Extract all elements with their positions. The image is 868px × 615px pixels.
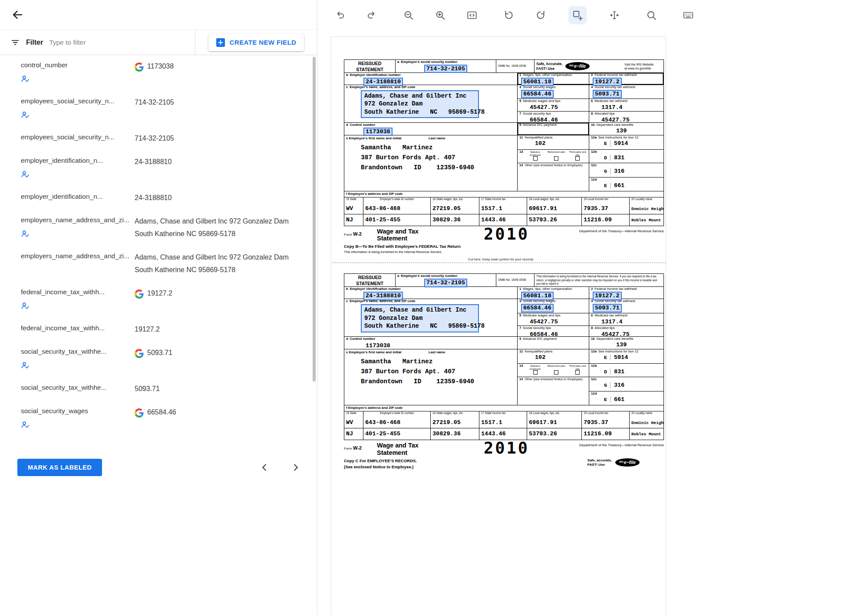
box-6-medicare-tax: 6Medicare tax withheld 1317.4 bbox=[589, 99, 663, 111]
field-value: 1173038 bbox=[147, 60, 174, 72]
rotate-left-button[interactable] bbox=[500, 6, 518, 24]
field-list[interactable]: control_number 1173038 employees_social_… bbox=[0, 55, 317, 451]
box-2-federal-tax: 2Federal income tax withheld 19127.2 bbox=[589, 73, 663, 85]
field-value: Adams, Chase and Gilbert Inc 972 Gonzale… bbox=[135, 251, 304, 276]
annotation-employer-address[interactable]: Adams, Chase and Gilbert Inc 972 Gonzale… bbox=[361, 90, 479, 118]
add-annotation-tool-button[interactable] bbox=[568, 6, 587, 24]
field-list-item[interactable]: employees_social_security_n... 714-32-21… bbox=[0, 91, 317, 127]
field-list-item[interactable]: employees_social_security_n... 714-32-21… bbox=[0, 127, 317, 151]
undo-icon bbox=[334, 10, 346, 21]
keyboard-shortcuts-button[interactable] bbox=[679, 6, 697, 24]
tax-year: 2010 bbox=[484, 442, 529, 455]
field-list-item[interactable]: employer_identification_n... 24-3188810 bbox=[0, 151, 317, 187]
zoom-in-icon bbox=[435, 10, 446, 21]
annotation-ssn[interactable]: 714-32-2105 bbox=[424, 279, 467, 287]
annotation-federal-tax[interactable]: 19127.2 bbox=[593, 78, 622, 86]
annotation-ss-wages[interactable]: 66584.46 bbox=[521, 90, 554, 99]
statutory-employee-checkbox[interactable] bbox=[533, 370, 538, 375]
filter-bar: Filter CREATE NEW FIELD bbox=[0, 30, 317, 55]
field-list-item[interactable]: control_number 1173038 bbox=[0, 55, 317, 91]
annotation-ssn[interactable]: 714-32-2105 bbox=[424, 65, 467, 73]
field-label: social_security_wages bbox=[21, 407, 135, 415]
field-list-item[interactable]: federal_income_tax_withh... 19127.2 bbox=[0, 282, 317, 318]
search-button[interactable] bbox=[642, 6, 660, 24]
field-value: 66584.46 bbox=[147, 406, 176, 418]
box-9-advance-eic: 9Advance EIC payment bbox=[518, 123, 589, 135]
box-9-advance-eic: 9Advance EIC payment bbox=[518, 337, 589, 349]
field-list-item[interactable]: employers_name_address_and_zi... Adams, … bbox=[0, 210, 317, 246]
box-5-medicare-wages: 5Medicare wages and tips 45427.75 bbox=[518, 313, 589, 326]
previous-document-button[interactable] bbox=[259, 462, 270, 473]
reissued-statement: REISSUED STATEMENT bbox=[344, 274, 396, 286]
field-label: employer_identification_n... bbox=[21, 193, 135, 201]
text-select-tool-button[interactable] bbox=[605, 6, 624, 24]
annotation-wages[interactable]: 56081.18 bbox=[521, 292, 554, 300]
annotation-employer-address[interactable]: Adams, Chase and Gilbert Inc 972 Gonzale… bbox=[361, 304, 479, 332]
code-view-button[interactable] bbox=[463, 6, 481, 24]
form-title: Wage and TaxStatement bbox=[377, 442, 450, 456]
box-12b: 12b D831 bbox=[589, 364, 663, 377]
box-13-checkboxes: 13 Statutory employee Retirement plan Th… bbox=[518, 364, 589, 377]
redo-button[interactable] bbox=[363, 6, 381, 24]
filter-box[interactable]: Filter bbox=[0, 30, 195, 55]
field-list-items: control_number 1173038 employees_social_… bbox=[0, 55, 317, 437]
retirement-plan-checkbox[interactable] bbox=[554, 370, 558, 375]
annotation-wages[interactable]: 56081.18 bbox=[521, 78, 554, 86]
box-e-employee-name: e Employee's first name and initial Last… bbox=[344, 349, 518, 405]
mark-as-labeled-button[interactable]: MARK AS LABELED bbox=[17, 459, 102, 476]
verified-person-icon bbox=[21, 301, 30, 310]
google-logo-icon bbox=[135, 289, 144, 299]
viewer-toolbar bbox=[318, 0, 868, 30]
form-title: Wage and TaxStatement bbox=[377, 228, 450, 242]
document-scroll-area[interactable]: REISSUED STATEMENT aEmployee's social se… bbox=[318, 30, 868, 615]
w2-footer: Form W-2 Wage and TaxStatement 2010 Depa… bbox=[344, 228, 664, 254]
back-button[interactable] bbox=[11, 9, 23, 21]
filter-label: Filter bbox=[26, 39, 43, 46]
field-label: employer_identification_n... bbox=[21, 157, 135, 164]
header-right: Safe, Accurate,FAST! Use IRSe~file Visit… bbox=[535, 60, 663, 72]
cut-line-text: Cut here. Keep lower portion for your re… bbox=[466, 257, 536, 261]
field-list-item[interactable]: social_security_tax_withhe... 5093.71 bbox=[0, 342, 317, 378]
box-d-control-number: dControl number 1173038 bbox=[344, 337, 518, 349]
verified-person-icon bbox=[21, 420, 30, 429]
create-new-field-button[interactable]: CREATE NEW FIELD bbox=[208, 34, 304, 51]
box-7-ss-tips: 7Social security tips 66584.46 bbox=[518, 326, 589, 338]
annotation-ss-wages[interactable]: 66584.46 bbox=[521, 304, 554, 312]
document-page[interactable]: REISSUED STATEMENT aEmployee's social se… bbox=[331, 36, 666, 615]
google-logo-icon bbox=[135, 349, 144, 358]
undo-button[interactable] bbox=[331, 6, 349, 24]
create-new-field-label: CREATE NEW FIELD bbox=[230, 39, 297, 46]
field-list-item[interactable]: employer_identification_n... 24-3188810 bbox=[0, 187, 317, 210]
field-list-item[interactable]: social_security_wages 66584.46 bbox=[0, 401, 317, 437]
field-list-item[interactable]: federal_income_tax_withh... 19127.2 bbox=[0, 318, 317, 342]
statutory-employee-checkbox[interactable] bbox=[533, 156, 538, 161]
third-party-sick-pay-checkbox[interactable] bbox=[575, 370, 580, 375]
chevron-right-icon bbox=[290, 462, 301, 473]
annotation-control-number[interactable]: 1173038 bbox=[363, 128, 393, 136]
annotation-control-number[interactable]: 1173038 bbox=[363, 342, 393, 350]
employee-name: Samantha Martinez bbox=[361, 358, 517, 365]
left-panel: Filter CREATE NEW FIELD control_number bbox=[0, 0, 317, 615]
field-list-item[interactable]: employers_name_address_and_zi... Adams, … bbox=[0, 246, 317, 282]
zoom-out-icon bbox=[403, 10, 414, 21]
box-c-employer: cEmployer's name, address, and ZIP code … bbox=[344, 299, 518, 336]
retirement-plan-checkbox[interactable] bbox=[554, 156, 558, 161]
box-3-ss-wages: 3Social security wages 66584.46 bbox=[518, 85, 589, 99]
scrollbar-thumb[interactable] bbox=[313, 57, 316, 381]
box-7-ss-tips: 7Social security tips 66584.46 bbox=[518, 112, 589, 124]
field-list-item[interactable]: social_security_tax_withhe... 5093.71 bbox=[0, 378, 317, 401]
filter-input[interactable] bbox=[49, 39, 195, 46]
state-row-1: WV 643-86-468 27219.05 1517.1 69617.91 7… bbox=[344, 203, 663, 214]
box-b-ein: bEmployer identification number 24-31888… bbox=[344, 73, 518, 85]
next-document-button[interactable] bbox=[290, 462, 301, 473]
zoom-in-button[interactable] bbox=[431, 6, 449, 24]
box-4-ss-tax: 4Social security tax withheld 5093.71 bbox=[589, 299, 663, 312]
annotation-federal-tax[interactable]: 19127.2 bbox=[593, 292, 622, 300]
form-number: Form W-2 bbox=[344, 228, 377, 237]
annotation-ss-tax[interactable]: 5093.71 bbox=[593, 304, 622, 312]
rotate-right-button[interactable] bbox=[531, 6, 550, 24]
zoom-out-button[interactable] bbox=[399, 6, 418, 24]
annotation-ss-tax[interactable]: 5093.71 bbox=[593, 90, 622, 99]
third-party-sick-pay-checkbox[interactable] bbox=[575, 156, 580, 161]
box-b-ein: bEmployer identification number 24-31888… bbox=[344, 287, 518, 299]
